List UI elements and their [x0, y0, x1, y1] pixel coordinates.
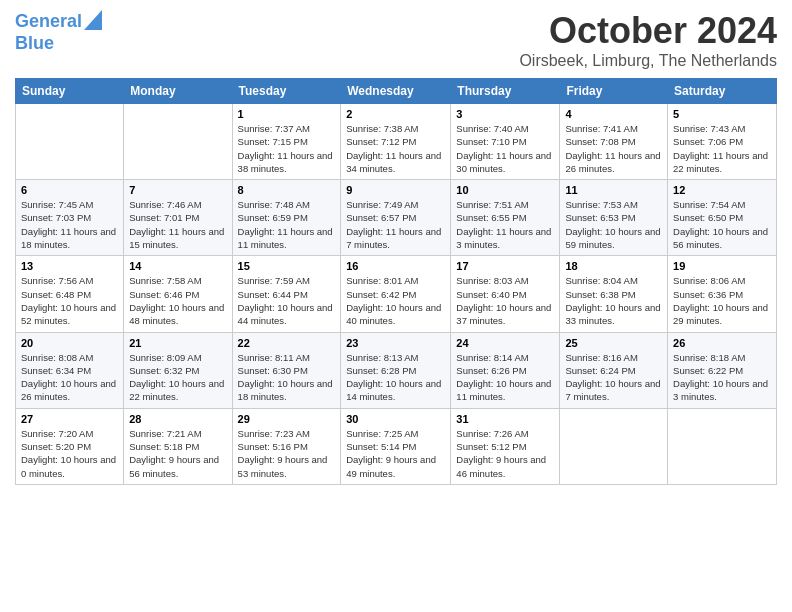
- day-number: 22: [238, 337, 336, 349]
- calendar-week-row: 1 Sunrise: 7:37 AMSunset: 7:15 PMDayligh…: [16, 104, 777, 180]
- day-info: Sunrise: 7:59 AMSunset: 6:44 PMDaylight:…: [238, 274, 336, 327]
- day-number: 13: [21, 260, 118, 272]
- calendar-day-cell: 23 Sunrise: 8:13 AMSunset: 6:28 PMDaylig…: [341, 332, 451, 408]
- calendar-day-cell: 14 Sunrise: 7:58 AMSunset: 6:46 PMDaylig…: [124, 256, 232, 332]
- day-info: Sunrise: 8:14 AMSunset: 6:26 PMDaylight:…: [456, 351, 554, 404]
- calendar-day-cell: 20 Sunrise: 8:08 AMSunset: 6:34 PMDaylig…: [16, 332, 124, 408]
- calendar-day-cell: 9 Sunrise: 7:49 AMSunset: 6:57 PMDayligh…: [341, 180, 451, 256]
- weekday-header: Tuesday: [232, 79, 341, 104]
- day-number: 25: [565, 337, 662, 349]
- day-number: 23: [346, 337, 445, 349]
- calendar-day-cell: 24 Sunrise: 8:14 AMSunset: 6:26 PMDaylig…: [451, 332, 560, 408]
- day-info: Sunrise: 7:25 AMSunset: 5:14 PMDaylight:…: [346, 427, 445, 480]
- day-info: Sunrise: 8:13 AMSunset: 6:28 PMDaylight:…: [346, 351, 445, 404]
- day-info: Sunrise: 7:41 AMSunset: 7:08 PMDaylight:…: [565, 122, 662, 175]
- location: Oirsbeek, Limburg, The Netherlands: [519, 52, 777, 70]
- calendar-day-cell: 19 Sunrise: 8:06 AMSunset: 6:36 PMDaylig…: [668, 256, 777, 332]
- weekday-header: Friday: [560, 79, 668, 104]
- month-title: October 2024: [519, 10, 777, 52]
- day-info: Sunrise: 7:40 AMSunset: 7:10 PMDaylight:…: [456, 122, 554, 175]
- day-info: Sunrise: 7:20 AMSunset: 5:20 PMDaylight:…: [21, 427, 118, 480]
- calendar-day-cell: 16 Sunrise: 8:01 AMSunset: 6:42 PMDaylig…: [341, 256, 451, 332]
- day-number: 27: [21, 413, 118, 425]
- calendar-day-cell: 26 Sunrise: 8:18 AMSunset: 6:22 PMDaylig…: [668, 332, 777, 408]
- day-info: Sunrise: 7:48 AMSunset: 6:59 PMDaylight:…: [238, 198, 336, 251]
- day-info: Sunrise: 8:08 AMSunset: 6:34 PMDaylight:…: [21, 351, 118, 404]
- day-number: 31: [456, 413, 554, 425]
- day-info: Sunrise: 8:18 AMSunset: 6:22 PMDaylight:…: [673, 351, 771, 404]
- calendar-day-cell: 2 Sunrise: 7:38 AMSunset: 7:12 PMDayligh…: [341, 104, 451, 180]
- logo-triangle-icon: [84, 10, 102, 30]
- calendar-day-cell: 17 Sunrise: 8:03 AMSunset: 6:40 PMDaylig…: [451, 256, 560, 332]
- day-number: 21: [129, 337, 226, 349]
- day-info: Sunrise: 7:43 AMSunset: 7:06 PMDaylight:…: [673, 122, 771, 175]
- calendar-day-cell: 13 Sunrise: 7:56 AMSunset: 6:48 PMDaylig…: [16, 256, 124, 332]
- calendar-day-cell: 12 Sunrise: 7:54 AMSunset: 6:50 PMDaylig…: [668, 180, 777, 256]
- day-number: 5: [673, 108, 771, 120]
- calendar-day-cell: 10 Sunrise: 7:51 AMSunset: 6:55 PMDaylig…: [451, 180, 560, 256]
- day-number: 2: [346, 108, 445, 120]
- day-number: 26: [673, 337, 771, 349]
- day-number: 3: [456, 108, 554, 120]
- calendar-week-row: 6 Sunrise: 7:45 AMSunset: 7:03 PMDayligh…: [16, 180, 777, 256]
- day-info: Sunrise: 8:11 AMSunset: 6:30 PMDaylight:…: [238, 351, 336, 404]
- calendar-day-cell: 15 Sunrise: 7:59 AMSunset: 6:44 PMDaylig…: [232, 256, 341, 332]
- day-info: Sunrise: 7:56 AMSunset: 6:48 PMDaylight:…: [21, 274, 118, 327]
- calendar-day-cell: 22 Sunrise: 8:11 AMSunset: 6:30 PMDaylig…: [232, 332, 341, 408]
- calendar-table: SundayMondayTuesdayWednesdayThursdayFrid…: [15, 78, 777, 485]
- day-number: 20: [21, 337, 118, 349]
- calendar-day-cell: 4 Sunrise: 7:41 AMSunset: 7:08 PMDayligh…: [560, 104, 668, 180]
- calendar-day-cell: [560, 408, 668, 484]
- day-number: 24: [456, 337, 554, 349]
- day-number: 14: [129, 260, 226, 272]
- weekday-header: Thursday: [451, 79, 560, 104]
- calendar-day-cell: [668, 408, 777, 484]
- title-block: October 2024 Oirsbeek, Limburg, The Neth…: [519, 10, 777, 70]
- day-info: Sunrise: 7:26 AMSunset: 5:12 PMDaylight:…: [456, 427, 554, 480]
- calendar-day-cell: [16, 104, 124, 180]
- calendar-day-cell: 29 Sunrise: 7:23 AMSunset: 5:16 PMDaylig…: [232, 408, 341, 484]
- day-number: 19: [673, 260, 771, 272]
- weekday-header: Monday: [124, 79, 232, 104]
- day-number: 4: [565, 108, 662, 120]
- day-info: Sunrise: 8:03 AMSunset: 6:40 PMDaylight:…: [456, 274, 554, 327]
- calendar-week-row: 13 Sunrise: 7:56 AMSunset: 6:48 PMDaylig…: [16, 256, 777, 332]
- calendar-day-cell: 27 Sunrise: 7:20 AMSunset: 5:20 PMDaylig…: [16, 408, 124, 484]
- calendar-day-cell: 1 Sunrise: 7:37 AMSunset: 7:15 PMDayligh…: [232, 104, 341, 180]
- day-number: 6: [21, 184, 118, 196]
- day-number: 18: [565, 260, 662, 272]
- svg-marker-0: [84, 10, 102, 30]
- day-info: Sunrise: 7:53 AMSunset: 6:53 PMDaylight:…: [565, 198, 662, 251]
- calendar-day-cell: 5 Sunrise: 7:43 AMSunset: 7:06 PMDayligh…: [668, 104, 777, 180]
- day-info: Sunrise: 8:16 AMSunset: 6:24 PMDaylight:…: [565, 351, 662, 404]
- day-number: 7: [129, 184, 226, 196]
- calendar-header-row: SundayMondayTuesdayWednesdayThursdayFrid…: [16, 79, 777, 104]
- day-number: 11: [565, 184, 662, 196]
- day-info: Sunrise: 7:49 AMSunset: 6:57 PMDaylight:…: [346, 198, 445, 251]
- calendar-day-cell: [124, 104, 232, 180]
- calendar-day-cell: 25 Sunrise: 8:16 AMSunset: 6:24 PMDaylig…: [560, 332, 668, 408]
- logo-text-line1: General: [15, 12, 82, 32]
- calendar-day-cell: 28 Sunrise: 7:21 AMSunset: 5:18 PMDaylig…: [124, 408, 232, 484]
- day-number: 8: [238, 184, 336, 196]
- day-info: Sunrise: 7:45 AMSunset: 7:03 PMDaylight:…: [21, 198, 118, 251]
- day-number: 12: [673, 184, 771, 196]
- weekday-header: Sunday: [16, 79, 124, 104]
- day-number: 9: [346, 184, 445, 196]
- day-number: 28: [129, 413, 226, 425]
- calendar-day-cell: 11 Sunrise: 7:53 AMSunset: 6:53 PMDaylig…: [560, 180, 668, 256]
- day-number: 17: [456, 260, 554, 272]
- calendar-week-row: 27 Sunrise: 7:20 AMSunset: 5:20 PMDaylig…: [16, 408, 777, 484]
- calendar-day-cell: 6 Sunrise: 7:45 AMSunset: 7:03 PMDayligh…: [16, 180, 124, 256]
- calendar-week-row: 20 Sunrise: 8:08 AMSunset: 6:34 PMDaylig…: [16, 332, 777, 408]
- calendar-day-cell: 31 Sunrise: 7:26 AMSunset: 5:12 PMDaylig…: [451, 408, 560, 484]
- day-number: 30: [346, 413, 445, 425]
- day-info: Sunrise: 7:37 AMSunset: 7:15 PMDaylight:…: [238, 122, 336, 175]
- weekday-header: Saturday: [668, 79, 777, 104]
- calendar-day-cell: 21 Sunrise: 8:09 AMSunset: 6:32 PMDaylig…: [124, 332, 232, 408]
- calendar-day-cell: 3 Sunrise: 7:40 AMSunset: 7:10 PMDayligh…: [451, 104, 560, 180]
- day-info: Sunrise: 7:21 AMSunset: 5:18 PMDaylight:…: [129, 427, 226, 480]
- day-info: Sunrise: 7:58 AMSunset: 6:46 PMDaylight:…: [129, 274, 226, 327]
- day-info: Sunrise: 8:01 AMSunset: 6:42 PMDaylight:…: [346, 274, 445, 327]
- day-number: 15: [238, 260, 336, 272]
